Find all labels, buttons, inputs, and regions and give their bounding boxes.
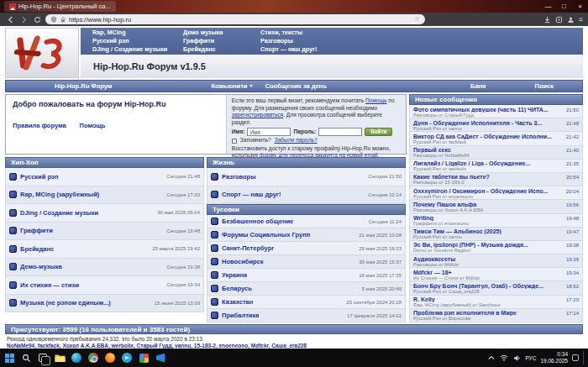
thread-link[interactable]: Первый секс (413, 147, 564, 153)
message-row[interactable]: R. Kelly 17:20 Rap, MCing (зарубежный) о… (409, 296, 583, 309)
extensions-icon[interactable] (555, 12, 563, 27)
name-field[interactable] (247, 128, 291, 136)
forum-link[interactable]: Казахстан (222, 298, 253, 306)
forum-link[interactable]: Прибалтика (222, 312, 259, 319)
thread-link[interactable]: Виктор СД ака СаДист - Обсуждение Исполн… (413, 134, 564, 139)
forum-link[interactable]: DJing / Создание музыки (20, 209, 98, 217)
thread-link[interactable]: Фото симпатичных девушек (часть 11) ЧИТА… (413, 107, 564, 113)
edge-icon[interactable] (71, 352, 82, 364)
profile-icon[interactable] (567, 12, 575, 27)
forum-link[interactable]: Брейкданс (20, 245, 54, 253)
minimize-button[interactable]: — (540, 0, 556, 13)
category-header-parties[interactable]: Тусовки (207, 204, 406, 215)
file-explorer-icon[interactable] (54, 352, 66, 364)
forum-row[interactable]: Граффити Сегодня 19:48 (5, 223, 204, 241)
nav-community[interactable]: Комьюнити (211, 82, 253, 90)
message-row[interactable]: Почему Пашок альфа 19:56 Разговоры от Хо… (409, 200, 583, 213)
thread-link[interactable]: Oxxxymiron / Оксимирон - Обсуждение Испо… (413, 188, 564, 194)
forward-icon[interactable] (18, 14, 29, 24)
forum-row[interactable]: Их стихия — стихи Сегодня 19:34 (5, 276, 204, 295)
forum-row[interactable]: Rap, MCing (зарубежный) Сегодня 17:20 (5, 186, 204, 205)
telegram-icon[interactable] (121, 352, 133, 364)
back-icon[interactable] (5, 14, 15, 24)
forum-row[interactable]: Музыка (не рэпом единым...) 15 июня 2025… (5, 295, 204, 313)
chrome-icon[interactable] (87, 352, 99, 364)
thread-link[interactable]: Mdfckr — 18+ (413, 270, 564, 275)
thread-link[interactable]: Аудиокассеты (413, 256, 564, 262)
thread-link[interactable]: Тимси Тим — Альбинос (2025) (413, 228, 564, 234)
wifi-icon[interactable] (500, 354, 508, 362)
forum-link[interactable]: Граффити (20, 227, 53, 234)
header-link[interactable]: Брейкданс (183, 45, 260, 54)
header-link[interactable]: Спорт — наш друг! (260, 45, 386, 54)
forum-row[interactable]: Демо-музыка Сегодня 19:38 (5, 259, 204, 277)
forum-row[interactable]: Форумы Социальных Групп 21 мая 2025 10:0… (207, 228, 406, 242)
language-indicator[interactable]: РУС (525, 355, 536, 361)
forum-link[interactable]: Безбашенное общение (222, 218, 293, 225)
message-row[interactable]: Дуня - Обсуждение Исполнителя - Часть 3.… (409, 118, 583, 132)
thread-link[interactable]: Дуня - Обсуждение Исполнителя - Часть 3.… (413, 120, 564, 126)
forum-link[interactable]: Санкт-Петербург (222, 244, 274, 252)
forum-row[interactable]: Новосибирск 30 мая 2025 15:37 (207, 255, 406, 269)
thread-link[interactable]: Лигалайз / Ligalize / Liga - Обсуждение.… (413, 160, 564, 166)
header-link[interactable]: Граффити (183, 37, 260, 45)
rules-link[interactable]: Правила форума (13, 122, 66, 129)
message-row[interactable]: Какие таблетки вы пьете? 20:54 Разговоры… (409, 173, 583, 186)
header-link[interactable]: DJing / Создание музыки (92, 45, 183, 54)
photos-icon[interactable] (138, 352, 150, 364)
message-row[interactable]: Тимси Тим — Альбинос (2025) 19:47 Русски… (409, 228, 583, 241)
password-field[interactable] (318, 128, 362, 136)
show-desktop-button[interactable] (583, 351, 585, 364)
thread-link[interactable]: R. Kelly (413, 296, 564, 302)
thread-link[interactable]: Эс Ви, ipsilonpi (ПНР) - Музыка дождя... (413, 242, 564, 248)
category-header-life[interactable]: Жизнь (207, 157, 406, 168)
new-messages-header[interactable]: Новые сообщения (409, 94, 583, 105)
url-text[interactable]: https://www.hip-hop.ru (69, 16, 412, 24)
help-link[interactable]: Помощь (80, 122, 106, 129)
forum-row[interactable]: Прибалтика 17 февраля 2025 14:02 (207, 309, 406, 322)
message-row[interactable]: Oxxxymiron / Оксимирон - Обсуждение Испо… (409, 186, 583, 200)
vscode-icon[interactable] (155, 352, 166, 364)
header-link[interactable]: Rap, MCing (92, 29, 183, 37)
forum-link[interactable]: Разговоры (222, 173, 256, 181)
remember-checkbox[interactable] (232, 139, 237, 144)
message-row[interactable]: Аудиокассеты 19:35 Разговоры от Mdfckr (409, 254, 583, 268)
header-link[interactable]: Разговоры (260, 37, 386, 45)
refresh-icon[interactable] (32, 14, 42, 24)
forum-row[interactable]: Спорт — наш друг! Сегодня 10:14 (207, 186, 406, 205)
forum-row[interactable]: Беларусь 5 мая 2025 20:46 (207, 282, 406, 296)
volume-icon[interactable] (512, 354, 521, 362)
message-row[interactable]: Бонч Бру Бонч (Тарантул, Озаб) - Обсужде… (409, 281, 583, 295)
search-icon[interactable] (20, 352, 32, 364)
chevron-up-icon[interactable] (487, 354, 496, 362)
close-button[interactable]: × (572, 0, 588, 13)
nav-forum-home[interactable]: Hip-Hop.Ru Форум (55, 82, 112, 90)
forum-row[interactable]: Русский рэп Сегодня 21:48 (5, 168, 204, 186)
message-row[interactable]: Mdfckr — 18+ 19:34 Их Стихия — Стихи от … (409, 268, 583, 281)
forum-row[interactable]: Разговоры Сегодня 21:50 (207, 168, 406, 186)
forum-link[interactable]: Новосибирск (222, 258, 264, 265)
message-row[interactable]: Фото симпатичных девушек (часть 11) ЧИТА… (409, 105, 583, 118)
bookmark-star-icon[interactable]: ☆ (414, 16, 420, 23)
nav-daily-messages[interactable]: Сообщения за день (265, 82, 326, 90)
site-logo[interactable] (5, 28, 79, 78)
login-button[interactable]: Войти (365, 128, 392, 136)
clock[interactable]: 0:34 19.06.2025 (540, 351, 568, 364)
forum-row[interactable]: Безбашенное общение Сегодня 11:24 (207, 215, 406, 228)
thread-link[interactable]: Почему Пашок альфа (413, 202, 564, 207)
message-row[interactable]: Виктор СД ака СаДист - Обсуждение Исполн… (409, 132, 583, 145)
firefox-icon[interactable] (104, 352, 116, 364)
forum-row[interactable]: Украина 16 мая 2025 17:35 (207, 269, 406, 282)
address-bar[interactable]: https://www.hip-hop.ru ☆ (45, 14, 425, 24)
forum-link[interactable]: Демо-музыка (20, 263, 62, 270)
forum-row[interactable]: Казахстан 25 сентября 2024 20:28 (207, 296, 406, 309)
start-button-icon[interactable] (3, 352, 15, 364)
header-link[interactable]: Русский рэп (92, 37, 183, 45)
notifications-icon[interactable] (572, 354, 579, 361)
forum-row[interactable]: Санкт-Петербург 29 мая 2025 19:23 (207, 242, 406, 255)
intro-help-link[interactable]: Помощь (365, 97, 386, 103)
online-users-list[interactable]: NoNaMe94, fackfack, Хохол A.K.A.EBA, wer… (5, 342, 583, 349)
task-view-icon[interactable] (37, 352, 49, 364)
forum-link[interactable]: Музыка (не рэпом единым...) (20, 299, 111, 307)
nav-search[interactable]: Поиск (534, 82, 554, 90)
